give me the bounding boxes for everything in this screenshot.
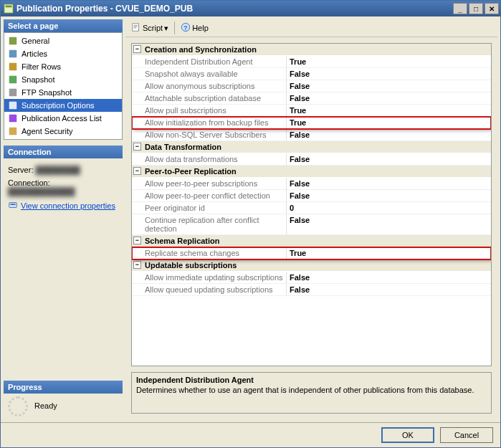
- property-value[interactable]: False: [287, 214, 491, 234]
- page-label: General: [22, 37, 49, 45]
- property-row[interactable]: Allow non-SQL Server SubscribersFalse: [132, 129, 491, 141]
- view-connection-link[interactable]: View connection properties: [8, 200, 115, 211]
- property-row[interactable]: Allow anonymous subscriptionsFalse: [132, 80, 491, 92]
- svg-rect-9: [9, 128, 17, 135]
- property-value[interactable]: False: [287, 153, 491, 165]
- svg-rect-12: [133, 24, 139, 32]
- collapse-icon[interactable]: −: [133, 143, 141, 151]
- script-button[interactable]: Script ▾: [128, 21, 171, 35]
- property-category[interactable]: −Creation and Synchronization: [132, 44, 491, 56]
- close-button[interactable]: ✕: [485, 3, 499, 14]
- category-label: Creation and Synchronization: [145, 45, 257, 54]
- left-panel: Select a page GeneralArticlesFilter Rows…: [4, 19, 123, 419]
- property-label: Allow anonymous subscriptions: [132, 80, 287, 92]
- help-icon: ?: [181, 22, 191, 34]
- property-row[interactable]: Attachable subscription databaseFalse: [132, 92, 491, 105]
- property-value[interactable]: True: [287, 105, 491, 116]
- ok-button[interactable]: OK: [381, 427, 434, 443]
- svg-rect-8: [9, 115, 17, 123]
- collapse-icon[interactable]: −: [133, 167, 141, 175]
- property-value[interactable]: False: [287, 129, 491, 140]
- property-row[interactable]: Independent Distribution AgentTrue: [132, 56, 491, 68]
- property-label: Allow non-SQL Server Subscribers: [132, 129, 287, 140]
- property-category[interactable]: −Peer-to-Peer Replication: [132, 166, 491, 178]
- collapse-icon[interactable]: −: [133, 261, 141, 269]
- minimize-button[interactable]: _: [453, 3, 467, 14]
- page-item-general[interactable]: General: [4, 34, 122, 47]
- property-value[interactable]: False: [287, 92, 491, 104]
- property-label: Replicate schema changes: [132, 247, 287, 259]
- svg-rect-2: [9, 37, 17, 45]
- property-value[interactable]: False: [287, 68, 491, 80]
- progress-body: Ready: [4, 394, 123, 419]
- property-category[interactable]: −Schema Replication: [132, 235, 491, 247]
- page-item-ftp-snapshot[interactable]: FTP Snapshot: [4, 86, 122, 99]
- page-item-snapshot[interactable]: Snapshot: [4, 73, 122, 86]
- script-icon: [131, 22, 141, 34]
- cancel-button[interactable]: Cancel: [440, 427, 493, 443]
- dialog-buttons: OK Cancel: [1, 422, 500, 447]
- page-label: Agent Security: [22, 127, 73, 135]
- page-item-subscription-options[interactable]: Subscription Options: [4, 99, 122, 112]
- property-label: Continue replication after conflict dete…: [132, 214, 287, 234]
- svg-rect-5: [9, 76, 17, 84]
- property-value[interactable]: False: [287, 272, 491, 283]
- property-category[interactable]: −Updatable subscriptions: [132, 259, 491, 272]
- page-icon: [7, 61, 19, 72]
- property-row[interactable]: Allow queued updating subscriptionsFalse: [132, 284, 491, 296]
- maximize-button[interactable]: □: [469, 3, 483, 14]
- svg-rect-7: [9, 102, 17, 110]
- page-icon: [7, 113, 19, 124]
- property-row[interactable]: Allow peer-to-peer conflict detectionFal…: [132, 190, 491, 202]
- page-icon: [7, 35, 19, 47]
- page-label: Snapshot: [22, 75, 54, 84]
- property-label: Allow queued updating subscriptions: [132, 284, 287, 295]
- property-label: Attachable subscription database: [132, 92, 287, 104]
- property-value[interactable]: False: [287, 80, 491, 92]
- page-label: Publication Access List: [22, 114, 102, 123]
- property-row[interactable]: Allow pull subscriptionsTrue: [132, 105, 491, 117]
- property-row[interactable]: Replicate schema changesTrue: [132, 247, 491, 259]
- page-label: Articles: [22, 49, 47, 58]
- property-value[interactable]: False: [287, 190, 491, 201]
- publication-properties-dialog: Publication Properties - CVUE_DEMO_PUB _…: [0, 0, 501, 448]
- property-value[interactable]: False: [287, 284, 491, 295]
- property-row[interactable]: Allow initialization from backup filesTr…: [132, 117, 491, 129]
- property-value[interactable]: True: [287, 247, 491, 259]
- category-label: Updatable subscriptions: [145, 261, 237, 270]
- property-value[interactable]: False: [287, 178, 491, 189]
- page-item-articles[interactable]: Articles: [4, 47, 122, 60]
- titlebar[interactable]: Publication Properties - CVUE_DEMO_PUB _…: [1, 1, 500, 16]
- page-item-filter-rows[interactable]: Filter Rows: [4, 60, 122, 73]
- app-icon: [4, 4, 14, 14]
- page-item-agent-security[interactable]: Agent Security: [4, 125, 122, 138]
- connection-value: ████████████: [8, 187, 75, 196]
- property-row[interactable]: Allow immediate updating subscriptionsFa…: [132, 272, 491, 284]
- property-category[interactable]: −Data Transformation: [132, 141, 491, 153]
- property-row[interactable]: Continue replication after conflict dete…: [132, 214, 491, 235]
- toolbar: Script ▾ ? Help: [125, 19, 497, 37]
- chevron-down-icon: ▾: [164, 24, 168, 33]
- property-row[interactable]: Allow data transformationsFalse: [132, 153, 491, 166]
- svg-rect-1: [6, 6, 12, 8]
- property-row[interactable]: Peer originator id0: [132, 202, 491, 214]
- page-icon: [7, 100, 19, 111]
- connection-label: Connection:: [8, 178, 50, 187]
- page-item-publication-access-list[interactable]: Publication Access List: [4, 112, 122, 125]
- property-value[interactable]: 0: [287, 202, 491, 214]
- property-row[interactable]: Allow peer-to-peer subscriptionsFalse: [132, 178, 491, 190]
- property-value[interactable]: True: [287, 56, 491, 67]
- property-grid[interactable]: −Creation and SynchronizationIndependent…: [131, 43, 492, 366]
- property-value[interactable]: True: [287, 117, 491, 128]
- spinner-icon: [8, 396, 28, 416]
- collapse-icon[interactable]: −: [133, 45, 141, 53]
- svg-rect-4: [9, 63, 17, 71]
- help-button[interactable]: ? Help: [178, 21, 211, 35]
- property-label: Snapshot always available: [132, 68, 287, 80]
- property-row[interactable]: Snapshot always availableFalse: [132, 68, 491, 80]
- page-icon: [7, 48, 19, 59]
- property-label: Independent Distribution Agent: [132, 56, 287, 67]
- progress-header: Progress: [4, 381, 123, 394]
- collapse-icon[interactable]: −: [133, 237, 141, 244]
- progress-status: Ready: [34, 401, 57, 410]
